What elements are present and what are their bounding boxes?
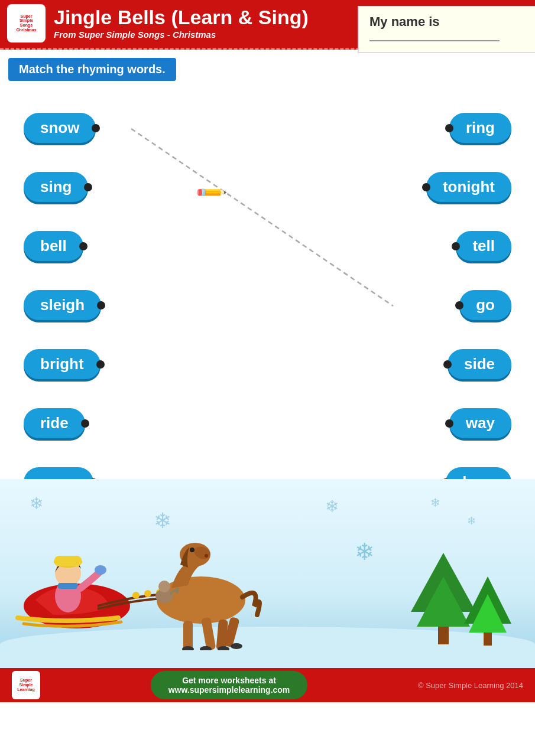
dot-tell-left — [452, 242, 460, 250]
tree-trunk — [484, 633, 492, 646]
dot-go-left — [455, 301, 463, 309]
header: SuperSimpleSongsChristmas Jingle Bells (… — [0, 0, 535, 46]
word-label: bell — [40, 237, 67, 255]
tree-2 — [464, 576, 511, 646]
dot-ring-left — [445, 124, 453, 132]
dot-bright-right — [96, 360, 105, 369]
svg-rect-15 — [183, 621, 193, 650]
sleigh-scene-svg — [6, 491, 313, 650]
word-label: way — [466, 414, 495, 432]
logo-text: SuperSimpleSongsChristmas — [16, 14, 36, 32]
word-label: ride — [40, 414, 69, 432]
snowflake-3: ❄ — [325, 497, 339, 516]
word-pill-go[interactable]: go — [459, 290, 511, 320]
word-label: sleigh — [40, 296, 85, 314]
dot-ride-right — [81, 419, 89, 428]
snow-go-line — [131, 129, 393, 306]
footer-logo-text: SuperSimpleLearning — [17, 678, 35, 692]
word-label: bright — [40, 355, 84, 373]
word-pill-ride[interactable]: ride — [24, 408, 85, 438]
word-label: snow — [40, 119, 79, 137]
svg-point-22 — [231, 643, 242, 649]
snowflake-6: ❄ — [467, 514, 476, 527]
footer: SuperSimpleLearning Get more worksheets … — [0, 668, 535, 702]
word-label: side — [464, 355, 495, 373]
snowflake-4: ❄ — [355, 538, 375, 565]
name-line — [369, 40, 500, 41]
word-pill-snow[interactable]: snow — [24, 113, 96, 143]
svg-rect-4 — [54, 556, 82, 566]
svg-point-13 — [144, 590, 151, 597]
word-pill-tonight[interactable]: tonight — [426, 172, 511, 202]
dot-sing-right — [84, 183, 92, 191]
svg-point-24 — [158, 581, 170, 592]
word-pill-bright[interactable]: bright — [24, 349, 100, 379]
name-box: My name is — [358, 6, 535, 53]
word-pill-bell[interactable]: bell — [24, 231, 83, 261]
illustration-area: ❄ ❄ ❄ ❄ ❄ ❄ — [0, 479, 535, 668]
word-label: tonight — [443, 178, 495, 196]
logo-box: SuperSimpleSongsChristmas — [7, 4, 46, 43]
matching-area: ✏️ snow sing bell sleigh bright ride son… — [0, 89, 535, 479]
footer-logo: SuperSimpleLearning — [12, 671, 40, 699]
dot-tonight-left — [422, 183, 430, 191]
instructions-text: Match the rhyming words. — [19, 63, 166, 76]
word-label: tell — [472, 237, 495, 255]
word-pill-tell[interactable]: tell — [456, 231, 511, 261]
footer-get-more: Get more worksheets at — [168, 676, 290, 685]
svg-point-11 — [190, 548, 194, 552]
word-label: ring — [466, 119, 495, 137]
dot-snow-right — [92, 124, 100, 132]
tree-mid — [417, 576, 470, 627]
subtitle-bold: Super Simple Songs — [79, 30, 165, 40]
word-label: sing — [40, 178, 72, 196]
dot-way-left — [445, 419, 453, 428]
instructions-bar: Match the rhyming words. — [8, 58, 176, 81]
word-label: go — [476, 296, 495, 314]
word-pill-sing[interactable]: sing — [24, 172, 88, 202]
dot-sleigh-right — [97, 301, 105, 309]
footer-center: Get more worksheets at www.supersimplele… — [151, 671, 308, 699]
word-pill-sleigh[interactable]: sleigh — [24, 290, 101, 320]
tree-trunk — [438, 627, 449, 644]
svg-point-10 — [205, 554, 208, 558]
footer-logo-box: SuperSimpleLearning — [12, 671, 40, 699]
svg-rect-5 — [58, 583, 78, 589]
word-pill-side[interactable]: side — [448, 349, 511, 379]
footer-url: www.supersimplelearning.com — [168, 685, 290, 695]
instructions-bar-wrapper: Match the rhyming words. — [0, 50, 535, 89]
name-label: My name is — [369, 14, 524, 30]
svg-point-12 — [132, 592, 140, 599]
footer-copyright: © Super Simple Learning 2014 — [418, 681, 523, 690]
dot-side-left — [443, 360, 452, 369]
subtitle-suffix: - Christmas — [165, 30, 216, 40]
word-pill-ring[interactable]: ring — [449, 113, 511, 143]
pencil-icon: ✏️ — [193, 175, 228, 210]
svg-point-6 — [95, 565, 106, 575]
tree-mid — [469, 594, 507, 633]
dot-bell-right — [79, 242, 87, 250]
word-pill-way[interactable]: way — [449, 408, 511, 438]
snowflake-5: ❄ — [430, 496, 440, 510]
subtitle-prefix: From — [54, 30, 79, 40]
